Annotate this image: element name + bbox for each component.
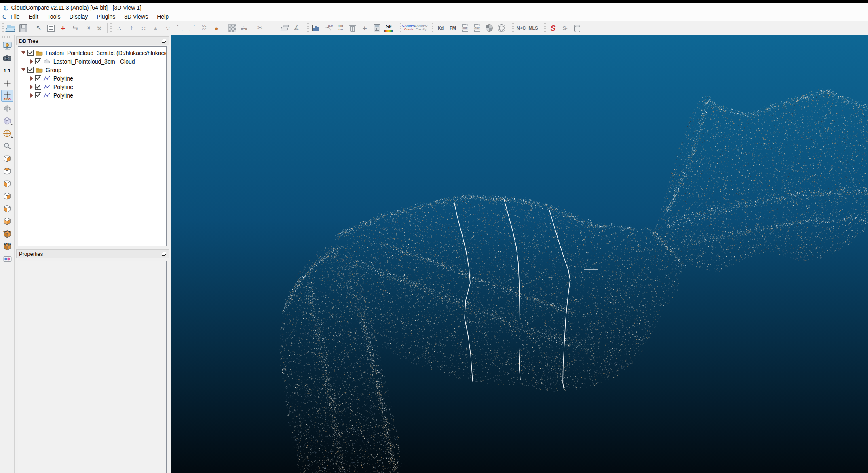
manual-translate-button[interactable] xyxy=(266,22,278,34)
tree-row[interactable]: Lastoni_Pointcloud_3cm - Cloud xyxy=(18,57,166,66)
compute-stat-params-button[interactable]: μ,σ xyxy=(323,22,334,34)
tree-item-label[interactable]: Lastoni_Pointcloud_3cm - Cloud xyxy=(53,58,135,65)
tree-item-label[interactable]: Lastoni_Pointcloud_3cm.txt (D:/hlukacic/… xyxy=(46,50,166,56)
apply-transformation-button[interactable]: ⇥ xyxy=(82,22,93,34)
visibility-checkbox[interactable] xyxy=(27,67,34,73)
expand-arrow-icon[interactable] xyxy=(30,93,33,98)
mesh-sampling-button[interactable]: ▲ xyxy=(150,22,161,34)
tree-item-label[interactable]: Polyline xyxy=(53,92,73,99)
subsample-cloud-button[interactable]: ∴ xyxy=(114,22,125,34)
cross-section-button[interactable] xyxy=(279,22,290,34)
visibility-checkbox[interactable] xyxy=(35,92,41,98)
add-scalar-field-button[interactable]: + xyxy=(359,22,370,34)
unroll-button[interactable] xyxy=(572,22,583,34)
expand-arrow-icon[interactable] xyxy=(30,59,33,64)
sf-color-scale-button[interactable]: SF xyxy=(383,22,395,34)
menu-item-3d-views[interactable]: 3D Views xyxy=(120,13,152,21)
sections-button[interactable]: S· xyxy=(560,22,571,34)
visibility-checkbox[interactable] xyxy=(35,58,41,64)
menu-item-file[interactable]: File xyxy=(6,13,24,21)
view-iso-2-button[interactable] xyxy=(1,203,13,214)
view-back-button[interactable]: BACK xyxy=(1,240,13,252)
toolbar-drag-handle[interactable] xyxy=(512,23,514,33)
contour-plot-button[interactable]: S xyxy=(547,22,559,34)
canupo-classify-button[interactable]: CANUPOClassify xyxy=(415,22,427,34)
tree-item-label[interactable]: Polyline xyxy=(53,84,73,90)
canupo-create-button[interactable]: CANUPOCreate xyxy=(403,22,414,34)
zoom-magnifier-button[interactable] xyxy=(1,140,13,152)
show-histogram-button[interactable] xyxy=(310,22,322,34)
toolbar-drag-handle[interactable] xyxy=(2,23,4,33)
visibility-checkbox[interactable] xyxy=(27,50,34,56)
view-iso-1-button[interactable] xyxy=(1,153,13,164)
menu-item-help[interactable]: Help xyxy=(152,13,173,21)
filter-by-sf-value-button[interactable]: minmax xyxy=(335,22,346,34)
mdi-child-icon[interactable]: ℂ xyxy=(2,14,6,19)
delete-entity-button[interactable]: × xyxy=(94,22,105,34)
toolbar-drag-handle[interactable] xyxy=(544,23,546,33)
mls-smoothing-button[interactable]: MLS xyxy=(528,22,539,34)
sf-arithmetic-button[interactable] xyxy=(371,22,382,34)
toggle-perspective-button[interactable] xyxy=(1,115,13,127)
menu-item-plugins[interactable]: Plugins xyxy=(92,13,120,21)
screenshot-button[interactable] xyxy=(1,52,13,64)
normals-and-curvature-button[interactable]: N+C xyxy=(515,22,527,34)
stereo-mode-button[interactable] xyxy=(1,253,13,265)
set-view-full-button[interactable] xyxy=(1,40,13,51)
tree-item-label[interactable]: Group xyxy=(46,67,61,73)
zoom-1-1-button[interactable]: 1:1 xyxy=(1,65,13,76)
spherical-view-button[interactable] xyxy=(496,22,507,34)
save-button[interactable] xyxy=(17,22,29,34)
noise-filter-button[interactable]: ∷ xyxy=(138,22,149,34)
auto-pick-rotation-center-button[interactable]: auto xyxy=(1,90,13,102)
tree-row[interactable]: Polyline xyxy=(18,74,166,83)
fine-registration-button[interactable]: CCCC xyxy=(199,22,210,34)
sidebar-drag-handle[interactable] xyxy=(2,36,12,38)
segment-button[interactable]: ✂ xyxy=(254,22,266,34)
view-right-button[interactable] xyxy=(1,190,13,202)
tree-row[interactable]: Lastoni_Pointcloud_3cm.txt (D:/hlukacic/… xyxy=(18,49,166,57)
menu-item-tools[interactable]: Tools xyxy=(43,13,65,21)
menu-item-display[interactable]: Display xyxy=(65,13,92,21)
tree-row[interactable]: Polyline xyxy=(18,83,166,91)
visibility-checkbox[interactable] xyxy=(35,84,41,90)
tree-item-label[interactable]: Polyline xyxy=(53,75,73,82)
sample-points-button[interactable]: ∵ xyxy=(162,22,173,34)
view-left-button[interactable] xyxy=(1,178,13,189)
view-front-button[interactable]: FRONT xyxy=(1,228,13,240)
visibility-checkbox[interactable] xyxy=(35,75,41,81)
view-bottom-button[interactable] xyxy=(1,215,13,227)
align-point-pairs-button[interactable]: ● xyxy=(211,22,222,34)
pick-rotation-center-button[interactable] xyxy=(1,77,13,89)
filter-points-by-value-button[interactable]: ↑ xyxy=(126,22,137,34)
compass-pie-button[interactable] xyxy=(484,22,495,34)
open-file-button[interactable] xyxy=(5,22,17,34)
kd-tree-button[interactable]: Kd xyxy=(435,22,446,34)
toggle-properties-button[interactable] xyxy=(45,22,57,34)
toolbar-drag-handle[interactable] xyxy=(307,23,309,33)
view-top-button[interactable] xyxy=(1,165,13,177)
translate-rotate-button[interactable]: + xyxy=(57,22,69,34)
export-csv-button[interactable]: CSV xyxy=(471,22,483,34)
point-picking-button[interactable]: ↖ xyxy=(33,22,44,34)
interaction-mode-button[interactable] xyxy=(1,127,13,139)
fit-plane-button[interactable]: ∡ xyxy=(291,22,302,34)
toolbar-drag-handle[interactable] xyxy=(432,23,433,33)
set-default-view-button[interactable] xyxy=(1,102,13,114)
expand-arrow-icon[interactable] xyxy=(30,76,33,81)
properties-float-button[interactable] xyxy=(162,252,166,256)
delete-scalar-field-button[interactable] xyxy=(347,22,358,34)
facets-extraction-button[interactable]: FM xyxy=(447,22,458,34)
toolbar-drag-handle[interactable] xyxy=(110,23,112,33)
collapse-arrow-icon[interactable] xyxy=(21,68,25,71)
menu-item-edit[interactable]: Edit xyxy=(24,13,43,21)
ssao-checker-button[interactable] xyxy=(226,22,238,34)
interpolate-button[interactable]: ⋰ xyxy=(186,22,198,34)
toolbar-drag-handle[interactable] xyxy=(400,23,401,33)
expand-arrow-icon[interactable] xyxy=(30,85,33,89)
sor-filter-button[interactable]: ∴SOR xyxy=(239,22,250,34)
resample-button[interactable]: ⋱ xyxy=(174,22,186,34)
collapse-arrow-icon[interactable] xyxy=(21,51,25,54)
tree-row[interactable]: Polyline xyxy=(18,91,166,100)
clone-button[interactable]: ⇆ xyxy=(70,22,81,34)
